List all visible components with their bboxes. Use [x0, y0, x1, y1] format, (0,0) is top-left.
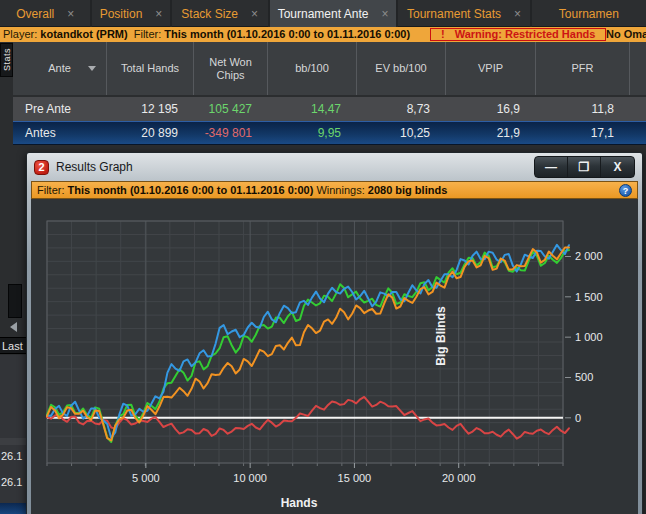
ante-report-table: Ante Total Hands Net Won Chips bb/100 EV…: [13, 42, 646, 145]
last-column-header[interactable]: Last: [0, 337, 26, 354]
filter-label: Filter:: [134, 28, 162, 40]
window-title: Results Graph: [56, 160, 133, 174]
column-header-filler: [630, 42, 646, 95]
column-header-ev-bb100[interactable]: EV bb/100: [357, 42, 446, 95]
svg-text:Hands: Hands: [281, 496, 318, 510]
svg-text:15 000: 15 000: [338, 472, 372, 484]
pfr-value: 17,1: [536, 126, 630, 140]
tab-label: Stack Size: [181, 7, 238, 21]
tab-overall[interactable]: Overall ×: [0, 0, 92, 27]
row-label: Pre Ante: [13, 102, 107, 116]
list-item[interactable]: 26.1: [1, 450, 22, 462]
table-row-pre-ante[interactable]: Pre Ante 12 195 105 427 14,47 8,73 16,9 …: [13, 97, 646, 121]
svg-text:20 000: 20 000: [442, 472, 476, 484]
background-list: 26.1 26.1: [0, 355, 26, 514]
results-graph-window: 2 Results Graph — ❐ X Filter: This month…: [26, 152, 643, 514]
hm2-app-icon: 2: [34, 160, 49, 175]
graph-filter-label: Filter:: [37, 184, 65, 196]
tab-label: Tournament Stats: [407, 7, 501, 21]
close-button[interactable]: X: [601, 157, 634, 177]
tab-position[interactable]: Position ×: [92, 0, 171, 27]
tab-close-icon[interactable]: ×: [381, 7, 388, 21]
player-label: Player:: [3, 28, 37, 40]
column-header-total-hands[interactable]: Total Hands: [107, 42, 194, 95]
player-value: kotandkot (PRM): [40, 28, 127, 40]
net-won-chips-value: 105 427: [194, 102, 268, 116]
winnings-value: 2080 big blinds: [368, 184, 447, 196]
bb100-value: 9,95: [268, 126, 357, 140]
help-icon[interactable]: ?: [619, 184, 632, 197]
tab-label: Position: [100, 7, 143, 21]
scroll-left-arrow-icon[interactable]: [10, 322, 17, 332]
column-header-ante[interactable]: Ante: [13, 42, 107, 95]
stats-side-tab[interactable]: Stats: [0, 43, 13, 77]
tab-tournament-ante[interactable]: Tournament Ante ×: [270, 0, 399, 27]
ante-filter-dropdown-icon[interactable]: [88, 66, 96, 71]
svg-text:0: 0: [575, 412, 581, 424]
tab-tournament-cut[interactable]: Tournamen: [532, 0, 646, 27]
app-screen: Overall × Position × Stack Size × Tourna…: [0, 0, 646, 514]
report-tab-bar: Overall × Position × Stack Size × Tourna…: [0, 0, 646, 27]
total-hands-value: 12 195: [107, 102, 194, 116]
graph-filter-value: This month (01.10.2016 0:00 to 01.11.201…: [68, 184, 314, 196]
column-header-pfr[interactable]: PFR: [536, 42, 630, 95]
svg-text:10 000: 10 000: [233, 472, 267, 484]
filter-value: This month (01.10.2016 0:00 to 01.11.201…: [164, 28, 410, 40]
vpip-value: 16,9: [446, 102, 536, 116]
ev-bb100-value: 8,73: [357, 102, 446, 116]
row-label: Antes: [13, 126, 107, 140]
tab-label: Overall: [16, 7, 54, 21]
tab-label: Tournamen: [559, 7, 619, 21]
svg-text:2 000: 2 000: [575, 250, 603, 262]
list-item[interactable]: 26.1: [1, 476, 22, 488]
table-row-antes-selected[interactable]: Antes 20 899 -349 801 9,95 10,25 21,9 17…: [13, 121, 646, 145]
player-filter-bar: Player: kotandkot (PRM) Filter: This mon…: [0, 27, 646, 42]
warning-text: Warning: Restricted Hands: [455, 29, 596, 40]
maximize-button[interactable]: ❐: [568, 157, 601, 177]
tab-close-icon[interactable]: ×: [67, 7, 74, 21]
restricted-hands-warning: ! Warning: Restricted Hands: [430, 28, 606, 41]
svg-text:5 000: 5 000: [132, 472, 160, 484]
ev-bb100-value: 10,25: [357, 126, 446, 140]
column-header-net-won-chips[interactable]: Net Won Chips: [194, 42, 268, 95]
tab-close-icon[interactable]: ×: [514, 7, 521, 21]
window-titlebar[interactable]: 2 Results Graph — ❐ X: [27, 153, 642, 181]
total-hands-value: 20 899: [107, 126, 194, 140]
warning-icon: !: [441, 29, 445, 40]
vpip-value: 21,9: [446, 126, 536, 140]
scrollbar-thumb[interactable]: [8, 284, 22, 318]
selected-row-fragment[interactable]: [0, 503, 26, 514]
svg-text:500: 500: [575, 371, 593, 383]
svg-text:1 500: 1 500: [575, 291, 603, 303]
window-content: Filter: This month (01.10.2016 0:00 to 0…: [31, 181, 638, 514]
tab-close-icon[interactable]: ×: [251, 7, 258, 21]
results-chart: 05001 0001 5002 0005 00010 00015 00020 0…: [31, 200, 640, 514]
svg-text:1 000: 1 000: [575, 331, 603, 343]
svg-text:Big Blinds: Big Blinds: [434, 306, 448, 366]
column-header-bb100[interactable]: bb/100: [268, 42, 357, 95]
tab-close-icon[interactable]: ×: [155, 7, 162, 21]
tab-tournament-stats[interactable]: Tournament Stats ×: [398, 0, 531, 27]
graph-filter-bar: Filter: This month (01.10.2016 0:00 to 0…: [31, 181, 638, 199]
net-won-chips-value: -349 801: [194, 126, 268, 140]
pfr-value: 11,8: [536, 102, 630, 116]
minimize-button[interactable]: —: [535, 157, 568, 177]
winnings-label: Winnings:: [316, 184, 364, 196]
warning-extra-text: No Oma: [606, 27, 646, 42]
graph-area: 05001 0001 5002 0005 00010 00015 00020 0…: [31, 200, 638, 514]
bb100-value: 14,47: [268, 102, 357, 116]
tab-stack-size[interactable]: Stack Size ×: [172, 0, 270, 27]
column-header-vpip[interactable]: VPIP: [446, 42, 536, 95]
window-controls: — ❐ X: [534, 156, 635, 178]
tab-label: Tournament Ante: [278, 7, 369, 21]
table-header-row: Ante Total Hands Net Won Chips bb/100 EV…: [13, 42, 646, 95]
